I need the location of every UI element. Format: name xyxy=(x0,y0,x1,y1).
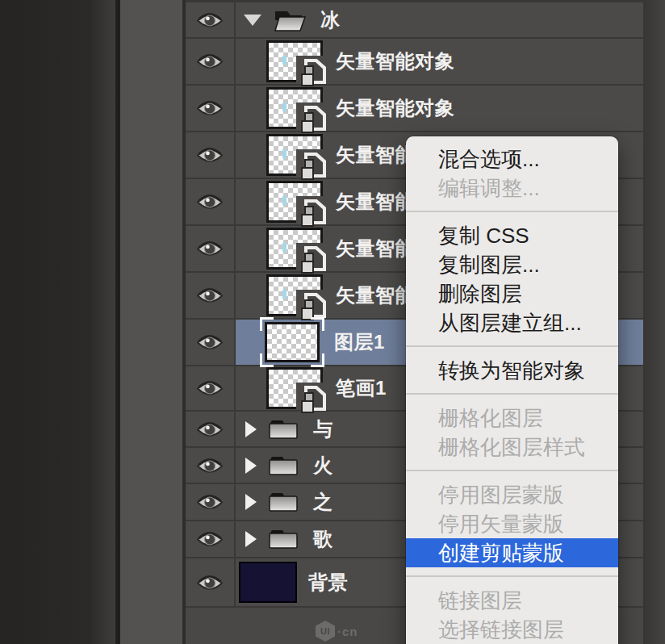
menu-item-rasterize-layer: 栅格化图层 xyxy=(406,404,618,433)
eye-icon xyxy=(196,573,224,592)
menu-item-copy-css[interactable]: 复制 CSS xyxy=(406,221,618,250)
layer-name: 矢量智能对象 xyxy=(336,95,454,121)
visibility-toggle[interactable] xyxy=(186,86,236,131)
menu-item-delete-layer[interactable]: 删除图层 xyxy=(406,279,618,308)
eye-icon xyxy=(196,145,224,165)
layer-context-menu: 混合选项... 编辑调整... 复制 CSS 复制图层... 删除图层 从图层建… xyxy=(406,136,618,644)
thumbnail-content xyxy=(282,290,286,299)
open-folder-icon xyxy=(272,7,307,33)
layer-name: 矢量智能对象 xyxy=(336,48,454,74)
eye-icon xyxy=(196,192,224,211)
layer-name: 歌 xyxy=(313,526,333,552)
eye-icon xyxy=(196,10,224,30)
layer-thumbnail[interactable] xyxy=(239,562,297,603)
menu-item-disable-vector-mask: 停用矢量蒙版 xyxy=(406,509,618,538)
menu-separator xyxy=(406,345,618,347)
layer-name: 与 xyxy=(313,416,333,442)
layer-thumbnail[interactable] xyxy=(266,228,323,270)
menu-item-blending-options[interactable]: 混合选项... xyxy=(406,144,618,174)
visibility-toggle[interactable] xyxy=(186,226,236,271)
eye-icon xyxy=(196,420,224,439)
photoshop-layers-panel: 冰 xyxy=(0,0,665,644)
smart-object-badge-icon xyxy=(301,246,326,274)
eye-icon xyxy=(196,98,224,118)
menu-item-create-clipping-mask[interactable]: 创建剪贴蒙版 xyxy=(406,538,618,567)
menu-separator xyxy=(406,470,618,471)
collapse-triangle-icon[interactable] xyxy=(244,15,261,26)
panel-right-edge xyxy=(643,0,665,644)
smart-object-badge-icon xyxy=(301,106,326,134)
expand-triangle-icon[interactable] xyxy=(245,531,257,547)
watermark: UI ·cn xyxy=(316,621,358,642)
layer-row-smart-object[interactable]: 矢量智能对象 xyxy=(186,39,643,86)
layer-name: 之 xyxy=(313,489,333,515)
menu-item-convert-to-smart-object[interactable]: 转换为智能对象 xyxy=(406,356,618,385)
eye-icon xyxy=(196,52,224,71)
visibility-toggle[interactable] xyxy=(186,412,236,446)
menu-item-select-linked-layers: 选择链接图层 xyxy=(406,615,618,644)
visibility-toggle[interactable] xyxy=(186,484,236,520)
layer-name: 笔画1 xyxy=(336,375,387,401)
layer-name: 火 xyxy=(313,453,333,479)
menu-item-group-from-layers[interactable]: 从图层建立组... xyxy=(406,308,618,337)
layer-thumbnail[interactable] xyxy=(266,40,323,82)
layer-thumbnail[interactable] xyxy=(266,274,323,316)
selection-bracket xyxy=(260,317,274,331)
eye-icon xyxy=(196,378,224,398)
menu-item-edit-adjustment: 编辑调整... xyxy=(406,174,618,203)
thumbnail-content xyxy=(282,243,286,252)
menu-item-duplicate-layer[interactable]: 复制图层... xyxy=(406,250,618,279)
eye-icon xyxy=(196,286,224,305)
layer-row-smart-object[interactable]: 矢量智能对象 xyxy=(186,86,643,132)
layer-thumbnail[interactable] xyxy=(265,322,320,362)
visibility-toggle[interactable] xyxy=(186,448,236,483)
layer-thumbnail[interactable] xyxy=(266,181,323,223)
selection-bracket xyxy=(260,353,274,367)
folder-icon xyxy=(268,454,299,477)
folder-icon xyxy=(268,528,299,550)
visibility-toggle[interactable] xyxy=(186,521,236,557)
folder-icon xyxy=(268,418,299,441)
layer-name: 图层1 xyxy=(334,329,385,355)
canvas-area xyxy=(0,0,91,644)
folder-icon xyxy=(268,491,299,513)
eye-icon xyxy=(196,529,224,549)
visibility-toggle[interactable] xyxy=(186,320,236,365)
expand-triangle-icon[interactable] xyxy=(245,421,257,437)
layer-name: 冰 xyxy=(320,7,341,33)
smart-object-badge-icon xyxy=(301,386,326,414)
menu-item-rasterize-layer-style: 栅格化图层样式 xyxy=(406,433,618,462)
visibility-toggle[interactable] xyxy=(186,558,236,606)
selection-bracket xyxy=(311,353,324,367)
layer-thumbnail[interactable] xyxy=(266,87,323,129)
thumbnail-content xyxy=(282,196,286,205)
watermark-text: ·cn xyxy=(337,625,358,638)
visibility-toggle[interactable] xyxy=(186,366,236,410)
smart-object-badge-icon xyxy=(301,59,326,87)
ui-cn-logo-icon: UI xyxy=(316,621,335,642)
visibility-toggle[interactable] xyxy=(186,39,236,84)
menu-separator xyxy=(406,575,618,577)
menu-item-link-layers: 链接图层 xyxy=(406,586,618,615)
expand-triangle-icon[interactable] xyxy=(245,494,257,510)
eye-icon xyxy=(196,332,224,352)
smart-object-badge-icon xyxy=(301,199,326,228)
eye-icon xyxy=(196,239,224,258)
panel-left-column xyxy=(120,0,182,644)
visibility-toggle[interactable] xyxy=(186,179,236,224)
eye-icon xyxy=(196,456,224,475)
menu-separator xyxy=(406,393,618,395)
thumbnail-content xyxy=(282,102,286,111)
expand-triangle-icon[interactable] xyxy=(245,458,257,474)
layer-thumbnail[interactable] xyxy=(266,367,323,409)
selection-bracket xyxy=(311,317,324,331)
menu-item-disable-layer-mask: 停用图层蒙版 xyxy=(406,480,618,509)
smart-object-badge-icon xyxy=(301,153,326,181)
layer-thumbnail[interactable] xyxy=(266,134,323,176)
thumbnail-content xyxy=(282,56,286,65)
visibility-toggle[interactable] xyxy=(186,132,236,178)
menu-separator xyxy=(406,211,618,212)
visibility-toggle[interactable] xyxy=(186,2,236,37)
layer-row-group-open[interactable]: 冰 xyxy=(186,0,643,39)
visibility-toggle[interactable] xyxy=(186,273,236,318)
